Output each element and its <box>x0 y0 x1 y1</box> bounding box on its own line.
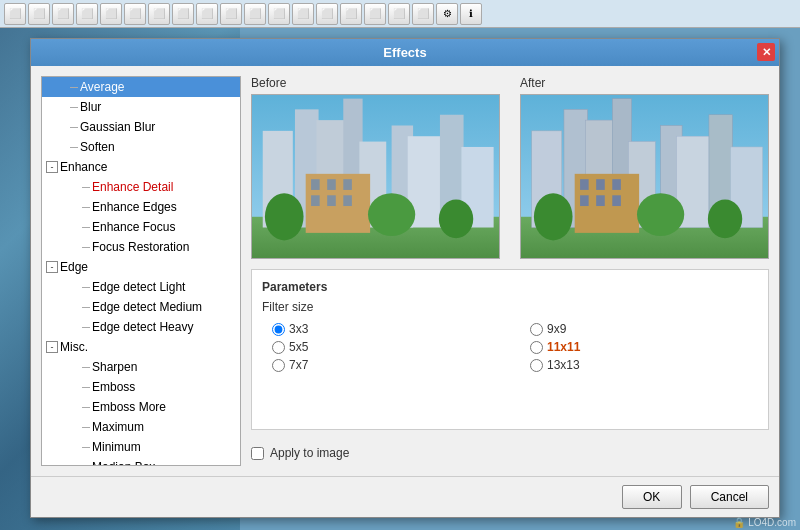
tree-item-soften[interactable]: Soften <box>42 137 240 157</box>
toolbar-btn-7[interactable]: ⬜ <box>148 3 170 25</box>
svg-rect-38 <box>612 195 621 206</box>
radio-9x9-input[interactable] <box>530 323 543 336</box>
dialog-titlebar: Effects ✕ <box>31 39 779 66</box>
apply-label: Apply to image <box>270 446 349 460</box>
tree-item-enhance-edges[interactable]: Enhance Edges <box>42 197 240 217</box>
svg-point-40 <box>637 193 684 236</box>
tree-item-average[interactable]: Average <box>42 77 240 97</box>
svg-point-41 <box>708 200 742 239</box>
radio-7x7-input[interactable] <box>272 359 285 372</box>
toolbar-btn-12[interactable]: ⬜ <box>268 3 290 25</box>
toolbar-btn-6[interactable]: ⬜ <box>124 3 146 25</box>
tree-item-edge-light[interactable]: Edge detect Light <box>42 277 240 297</box>
svg-rect-36 <box>580 195 589 206</box>
toolbar-btn-1[interactable]: ⬜ <box>4 3 26 25</box>
radio-5x5-input[interactable] <box>272 341 285 354</box>
toolbar-btn-9[interactable]: ⬜ <box>196 3 218 25</box>
before-label: Before <box>251 76 500 90</box>
radio-9x9[interactable]: 9x9 <box>530 322 758 336</box>
radio-11x11[interactable]: 11x11 <box>530 340 758 354</box>
toolbar-btn-17[interactable]: ⬜ <box>388 3 410 25</box>
tree-item-maximum[interactable]: Maximum <box>42 417 240 437</box>
tree-item-enhance-focus[interactable]: Enhance Focus <box>42 217 240 237</box>
after-preview <box>520 94 769 259</box>
tree-item-misc-group[interactable]: - Misc. <box>42 337 240 357</box>
filter-size-options: 3x3 9x9 5x5 11x11 <box>262 322 758 372</box>
tree-item-edge-heavy[interactable]: Edge detect Heavy <box>42 317 240 337</box>
toolbar-btn-8[interactable]: ⬜ <box>172 3 194 25</box>
tree-item-emboss-more[interactable]: Emboss More <box>42 397 240 417</box>
dialog-close-button[interactable]: ✕ <box>757 43 775 61</box>
dialog-overlay: Effects ✕ Average Blur <box>0 28 800 530</box>
apply-checkbox[interactable] <box>251 447 264 460</box>
toolbar-btn-3[interactable]: ⬜ <box>52 3 74 25</box>
watermark-text: LO4D.com <box>748 517 796 528</box>
toolbar-btn-20[interactable]: ℹ <box>460 3 482 25</box>
dialog-title: Effects <box>383 45 426 60</box>
radio-13x13[interactable]: 13x13 <box>530 358 758 372</box>
radio-3x3[interactable]: 3x3 <box>272 322 500 336</box>
toolbar-btn-15[interactable]: ⬜ <box>340 3 362 25</box>
before-preview <box>251 94 500 259</box>
toolbar-btn-2[interactable]: ⬜ <box>28 3 50 25</box>
radio-11x11-input[interactable] <box>530 341 543 354</box>
radio-7x7[interactable]: 7x7 <box>272 358 500 372</box>
watermark-icon: 🔒 <box>733 517 745 528</box>
tree-item-emboss[interactable]: Emboss <box>42 377 240 397</box>
toolbar-btn-10[interactable]: ⬜ <box>220 3 242 25</box>
effects-dialog: Effects ✕ Average Blur <box>30 38 780 518</box>
radio-5x5[interactable]: 5x5 <box>272 340 500 354</box>
svg-rect-37 <box>596 195 605 206</box>
svg-rect-16 <box>327 195 336 206</box>
tree-item-minimum[interactable]: Minimum <box>42 437 240 457</box>
effects-tree-panel[interactable]: Average Blur Gaussian Blur <box>41 76 241 466</box>
after-cityscape-svg <box>521 95 768 258</box>
radio-3x3-input[interactable] <box>272 323 285 336</box>
toolbar-btn-13[interactable]: ⬜ <box>292 3 314 25</box>
radio-13x13-input[interactable] <box>530 359 543 372</box>
dialog-footer: OK Cancel <box>31 476 779 517</box>
tree-item-focus-restoration[interactable]: Focus Restoration <box>42 237 240 257</box>
cancel-button[interactable]: Cancel <box>690 485 769 509</box>
toolbar-btn-5[interactable]: ⬜ <box>100 3 122 25</box>
ok-button[interactable]: OK <box>622 485 682 509</box>
radio-5x5-label: 5x5 <box>289 340 308 354</box>
radio-13x13-label: 13x13 <box>547 358 580 372</box>
tree-item-enhance-detail[interactable]: Enhance Detail <box>42 177 240 197</box>
tree-item-edge-medium[interactable]: Edge detect Medium <box>42 297 240 317</box>
svg-rect-12 <box>311 179 320 190</box>
expand-edge-icon[interactable]: - <box>46 261 58 273</box>
svg-rect-34 <box>596 179 605 190</box>
expand-icon[interactable]: - <box>46 161 58 173</box>
svg-rect-15 <box>311 195 320 206</box>
content-area: Before <box>251 76 769 466</box>
toolbar-btn-19[interactable]: ⚙ <box>436 3 458 25</box>
svg-rect-17 <box>343 195 352 206</box>
expand-misc-icon[interactable]: - <box>46 341 58 353</box>
tree-item-edge-group[interactable]: - Edge <box>42 257 240 277</box>
tree-item-sharpen[interactable]: Sharpen <box>42 357 240 377</box>
before-image-box: Before <box>251 76 500 259</box>
apply-row: Apply to image <box>251 440 769 466</box>
parameters-section: Parameters Filter size 3x3 9x9 <box>251 269 769 430</box>
images-row: Before <box>251 76 769 259</box>
svg-point-19 <box>368 193 415 236</box>
tree-item-enhance-group[interactable]: - Enhance <box>42 157 240 177</box>
toolbar-btn-4[interactable]: ⬜ <box>76 3 98 25</box>
svg-rect-33 <box>580 179 589 190</box>
tree-item-gaussian-blur[interactable]: Gaussian Blur <box>42 117 240 137</box>
toolbar-btn-18[interactable]: ⬜ <box>412 3 434 25</box>
toolbar: ⬜ ⬜ ⬜ ⬜ ⬜ ⬜ ⬜ ⬜ ⬜ ⬜ ⬜ ⬜ ⬜ ⬜ ⬜ ⬜ ⬜ ⬜ ⚙ ℹ <box>0 0 800 28</box>
tree-item-median-box[interactable]: Median Box <box>42 457 240 466</box>
dialog-body: Average Blur Gaussian Blur <box>31 66 779 476</box>
tree-item-blur[interactable]: Blur <box>42 97 240 117</box>
svg-point-20 <box>439 200 473 239</box>
toolbar-btn-16[interactable]: ⬜ <box>364 3 386 25</box>
svg-rect-13 <box>327 179 336 190</box>
after-label: After <box>520 76 769 90</box>
toolbar-btn-14[interactable]: ⬜ <box>316 3 338 25</box>
radio-9x9-label: 9x9 <box>547 322 566 336</box>
parameters-title: Parameters <box>262 280 758 294</box>
radio-11x11-label: 11x11 <box>547 340 580 354</box>
toolbar-btn-11[interactable]: ⬜ <box>244 3 266 25</box>
